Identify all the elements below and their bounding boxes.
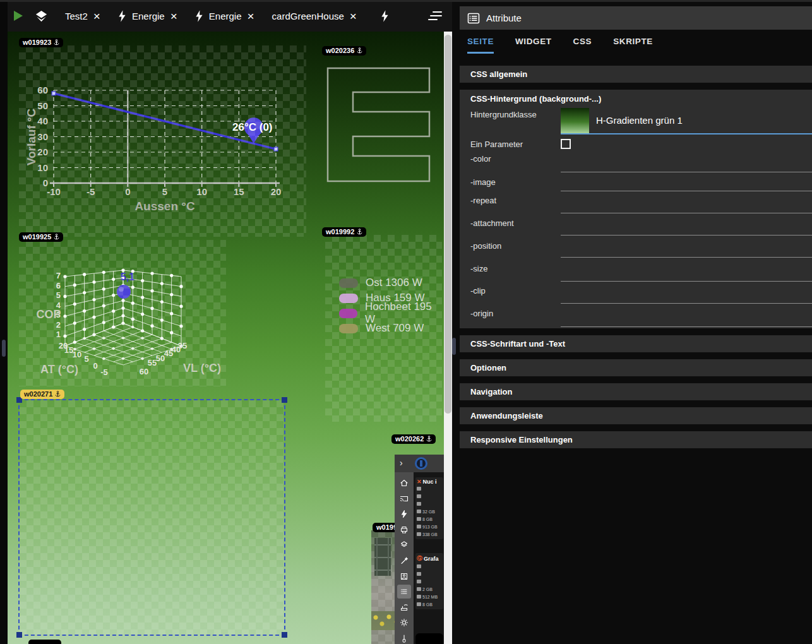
stat-value: 512 MB [422,595,438,599]
field-position-input[interactable] [561,257,812,258]
person-icon[interactable] [397,569,411,583]
view-tab[interactable] [366,0,404,32]
thermo-icon[interactable] [397,631,411,644]
field-clip-input[interactable] [561,303,812,304]
wand-icon[interactable] [397,554,411,568]
view-tab[interactable]: Energie× [109,0,186,32]
photo-shelf [374,538,391,576]
background-class-select[interactable]: H-Gradienten grün 1 [596,115,683,126]
widget-badge[interactable]: w019923 [19,38,63,47]
list-icon[interactable] [397,585,411,599]
widget-line-chart[interactable]: -10-5051015200102030405060Aussen °CVorla… [19,45,306,237]
layers-icon[interactable] [397,538,411,552]
view-tab[interactable]: Energie× [186,0,263,32]
menu-icon[interactable] [428,9,442,23]
widget-badge[interactable]: w019925 [19,232,63,242]
section-css-allgemein[interactable]: CSS allgemein [460,66,812,83]
svg-text:5: 5 [56,290,61,300]
widget-badge[interactable]: w020262 [391,434,436,444]
view-tab[interactable]: cardGreenHouse× [263,0,366,32]
stat-icon [417,502,421,506]
field-label: -origin [470,309,493,318]
section-optionen[interactable]: Optionen [460,359,812,376]
view-tab[interactable]: Test2× [56,0,109,32]
resize-handle-se[interactable] [282,632,287,638]
section-css-schriftart-und-text[interactable]: CSS-Schriftart und -Text [460,335,812,352]
field-repeat-input[interactable] [561,213,812,213]
stat-icon [417,494,421,498]
section-navigation[interactable]: Navigation [460,383,812,400]
admin-topbar: › [395,455,444,472]
svg-text:AT (°C): AT (°C) [40,363,78,376]
resize-handle-sw[interactable] [16,632,22,638]
section-title[interactable]: CSS-Hintergrund (background-...) [470,94,601,104]
anchor-icon [54,234,59,241]
legend-swatch [339,278,358,288]
server-card-header: ✕Nuc i [417,479,442,485]
server-card-header: ⒼGrafa [417,554,442,563]
design-canvas[interactable]: w019923 -10-5051015200102030405060Aussen… [8,32,444,644]
svg-text:5: 5 [84,354,88,364]
field-origin-input[interactable] [561,326,812,327]
widget-badge[interactable]: w020236 [322,46,366,56]
tab-widget[interactable]: WIDGET [515,37,552,54]
canvas-scrollbar[interactable] [444,32,452,644]
splitter-handle[interactable] [452,338,456,355]
panel-title: Attribute [486,13,522,23]
stat-row: 8 GB [417,600,442,608]
chevron-right-icon[interactable]: › [400,458,403,468]
field-image-input[interactable] [561,191,812,191]
svg-text:-10: -10 [47,186,61,197]
stat-icon-row [417,563,442,570]
line-chart: -10-5051015200102030405060Aussen °CVorla… [19,45,306,237]
home-icon[interactable] [397,476,411,490]
widget-legend[interactable]: Ost 1306 WHaus 159 WHochbeet 195 WWest 7… [325,235,442,422]
admin-main: ✕Nuc i32 GB8 GB913 GB338 GBⒼGrafa2 GB512… [414,472,444,644]
server-card: ⒼGrafa2 GB512 MB8 GB [415,553,443,609]
tab-close-icon[interactable]: × [247,10,254,22]
widget-badge-clipped[interactable] [28,640,61,644]
svg-text:COP: COP [36,308,61,321]
widget-e-shape[interactable] [319,60,439,189]
field-attachment-input[interactable] [561,235,812,236]
svg-text:0: 0 [125,186,130,197]
tab-close-icon[interactable]: × [93,10,100,22]
gradient-swatch[interactable] [561,108,589,133]
stat-icon [417,595,421,599]
field-size-input[interactable] [561,281,812,282]
tab-seite[interactable]: SEITE [467,37,494,54]
widget-badge-selected[interactable]: w020271 [20,390,64,399]
ein-parameter-checkbox[interactable] [561,139,571,149]
widget-admin-panel[interactable]: › ✕Nuc i32 GB8 GB913 GB338 GBⒼGrafa2 GB5… [395,455,444,644]
run-view-button[interactable] [14,11,23,21]
section-anwendungsleiste[interactable]: Anwendungsleiste [460,407,812,424]
printer-icon[interactable] [397,523,411,537]
widget-id: w020236 [326,47,354,54]
field-color-input[interactable] [561,172,812,172]
tab-skripte[interactable]: SKRIPTE [613,37,653,54]
tab-css[interactable]: CSS [573,37,592,54]
svg-text:10: 10 [196,186,207,197]
bolt-icon[interactable] [397,507,411,521]
cast-icon[interactable] [397,492,411,506]
resize-handle-ne[interactable] [282,397,287,403]
router-icon[interactable] [397,600,411,614]
stat-icon-row [417,500,442,508]
tab-close-icon[interactable]: × [170,10,177,22]
widget-badge[interactable]: w019992 [322,227,366,237]
e-outline [328,68,429,181]
server-card-title: Grafa [424,556,439,562]
section-responsive-einstellungen[interactable]: Responsive Einstellungen [460,431,812,448]
scrollbar-thumb[interactable] [445,35,451,414]
layers-icon[interactable] [34,9,49,23]
widget-selected[interactable] [18,399,285,636]
widget-3d-scatter[interactable]: 5,1765432120151050-5354045505560COPAT (°… [19,240,226,386]
field-label: -attachment [470,218,514,228]
svg-text:26°C (0): 26°C (0) [232,121,272,133]
svg-text:50: 50 [156,354,165,363]
splitter-handle[interactable] [2,340,6,357]
anchor-icon [426,436,432,443]
svg-text:30: 30 [37,131,48,142]
tab-close-icon[interactable]: × [350,10,357,22]
gear-icon[interactable] [397,616,411,629]
